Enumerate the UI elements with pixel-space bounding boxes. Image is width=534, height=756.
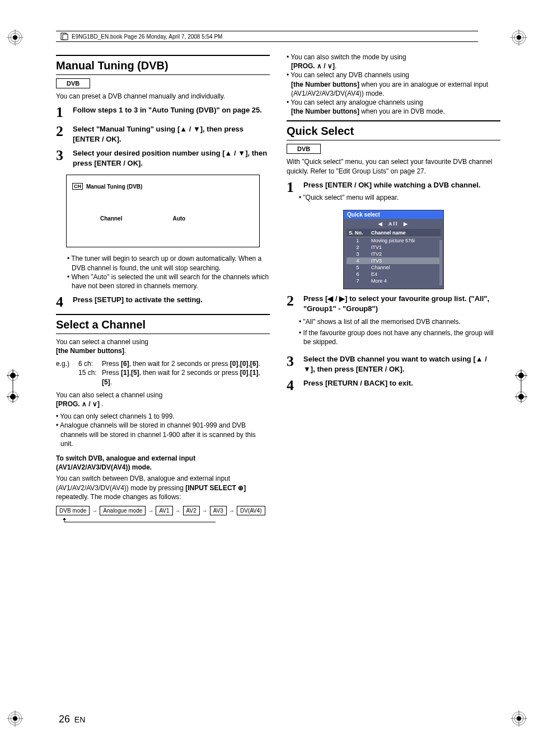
qs-cell-sno: 5 <box>346 264 369 271</box>
arrow-right-icon: → <box>175 508 181 514</box>
bullet-text: The tuner will begin to search up or dow… <box>72 254 270 272</box>
dvb-badge: DVB <box>287 144 321 154</box>
step-text: Select "Manual Tuning" using [▲ / ▼], th… <box>73 124 270 144</box>
step-sub: "Quick select" menu will appear. <box>303 193 500 202</box>
qs-cell-sno: 1 <box>346 237 369 244</box>
step-number: 1 <box>287 180 299 206</box>
qs-panel-title: Quick select <box>344 210 443 219</box>
intro-text: You can preset a DVB channel manually an… <box>56 92 270 101</box>
subhead: To switch DVB, analogue and external inp… <box>56 454 270 472</box>
qs-cell-sno: 6 <box>346 271 369 278</box>
eg-text: Press [6], then wait for 2 seconds or pr… <box>102 359 270 369</box>
eg-channel: 15 ch: <box>78 368 102 387</box>
qs-table-row: 5Channel <box>346 264 441 271</box>
step-number: 1 <box>56 105 68 120</box>
right-column: You can also switch the mode by using [P… <box>287 50 500 524</box>
step-number: 3 <box>56 148 68 168</box>
eg-text: Press [1],[5], then wait for 2 seconds o… <box>102 368 270 387</box>
manual-tuning-panel: CH Manual Tuning (DVB) Channel Auto <box>66 175 260 247</box>
qs-tab-label: All <box>388 221 399 227</box>
step-text: Select the DVB channel you want to watch… <box>303 354 500 374</box>
step-text: Select your desired position number usin… <box>73 148 270 168</box>
bullet-text: You can select any DVB channels using [t… <box>291 71 500 98</box>
qs-table-row: 4ITV3 <box>346 257 441 264</box>
flow-av1: AV1 <box>156 506 172 515</box>
intro-text: With "Quick select" menu, you can select… <box>287 157 500 175</box>
step-text: Follow steps 1 to 3 in "Auto Tuning (DVB… <box>73 105 270 120</box>
flow-dv-av4: DV(AV4) <box>237 506 265 515</box>
qs-cell-sno: 4 <box>346 257 369 264</box>
bullet-text: You can select any analogue channels usi… <box>291 98 500 116</box>
qs-tab-row: ◀ All ▶ <box>344 219 443 229</box>
arrow-right-icon: → <box>202 508 208 514</box>
dvb-badge: DVB <box>56 78 90 88</box>
qs-table-row: 1Moving picture 576i <box>346 237 441 244</box>
flow-av2: AV2 <box>183 506 200 515</box>
qs-table-row: 6E4 <box>346 271 441 278</box>
bullet-text: You can only select channels 1 to 999. <box>60 412 270 421</box>
qs-cell-name: E4 <box>369 271 441 278</box>
qs-table-row: 2ITV1 <box>346 244 441 251</box>
qs-cell-name: ITV3 <box>369 257 441 264</box>
qs-cell-name: ITV1 <box>369 244 441 251</box>
step-text: Press [ENTER / OK] while watching a DVB … <box>303 180 500 190</box>
qs-cell-name: More 4 <box>369 278 441 284</box>
panel-col-auto: Auto <box>172 215 185 222</box>
section-title-quick-select: Quick Select <box>287 120 500 140</box>
body-text: You can switch between DVB, analogue and… <box>56 474 270 501</box>
qs-cell-name: Channel <box>369 264 441 271</box>
eg-channel: 6 ch: <box>78 359 102 369</box>
arrow-right-icon: → <box>92 508 97 514</box>
qs-cell-name: Moving picture 576i <box>369 237 441 244</box>
flow-return-arrow <box>56 518 270 524</box>
panel-title: Manual Tuning (DVB) <box>86 184 142 190</box>
step-text: Press [◀ / ▶] to select your favourite g… <box>303 294 500 313</box>
section-title-manual-tuning: Manual Tuning (DVB) <box>56 55 270 75</box>
bullet-text: Analogue channels will be stored in chan… <box>60 421 270 448</box>
step-number: 4 <box>287 378 299 393</box>
qs-table-row: 3ITV2 <box>346 251 441 257</box>
step-text: Press [RETURN / BACK] to exit. <box>303 378 500 393</box>
qs-col-sno: S. No. <box>346 229 369 237</box>
triangle-right-icon: ▶ <box>404 221 409 227</box>
page-number: 26 EN <box>59 713 85 725</box>
bullet-text: You can also switch the mode by using [P… <box>291 53 500 71</box>
arrow-right-icon: → <box>148 508 153 514</box>
step-4: 4 Press [SETUP] to activate the setting. <box>56 295 270 309</box>
qs-cell-sno: 7 <box>346 278 369 284</box>
step-sub: "All" shows a list of all the memorised … <box>303 317 500 326</box>
example-block: e.g.) 6 ch: Press [6], then wait for 2 s… <box>56 359 270 387</box>
qs-cell-sno: 2 <box>346 244 369 251</box>
step-number: 3 <box>287 354 299 374</box>
flow-dvb-mode: DVB mode <box>56 506 90 515</box>
qs-col-name: Channel name <box>369 229 441 237</box>
scrollbar[interactable] <box>439 240 442 285</box>
panel-col-channel: Channel <box>100 215 122 222</box>
section-title-select-channel: Select a Channel <box>56 314 270 334</box>
triangle-left-icon: ◀ <box>378 221 383 227</box>
step-1: 1 Press [ENTER / OK] while watching a DV… <box>287 180 500 206</box>
qs-table-header: S. No. Channel name <box>346 229 441 237</box>
arrow-right-icon: → <box>229 508 235 514</box>
step-number: 2 <box>56 124 68 144</box>
svg-marker-36 <box>63 518 66 520</box>
step-4: 4 Press [RETURN / BACK] to exit. <box>287 378 500 393</box>
body-text: You can select a channel using[the Numbe… <box>56 337 270 355</box>
step-3: 3 Select your desired position number us… <box>56 148 270 168</box>
step-2: 2 Press [◀ / ▶] to select your favourite… <box>287 294 500 350</box>
quick-select-panel: Quick select ◀ All ▶ S. No. Channel name… <box>343 210 444 289</box>
mode-flow-diagram: DVB mode → Analogue mode → AV1 → AV2 → A… <box>56 506 270 515</box>
ch-icon: CH <box>72 183 83 190</box>
bullet-text: When "Auto" is selected the unit will se… <box>72 273 270 290</box>
step-text: Press [SETUP] to activate the setting. <box>73 295 270 309</box>
qs-table-row: 7More 4 <box>346 278 441 284</box>
step-number: 2 <box>287 294 299 350</box>
qs-cell-name: ITV2 <box>369 251 441 257</box>
step-2: 2 Select "Manual Tuning" using [▲ / ▼], … <box>56 124 270 144</box>
flow-analogue-mode: Analogue mode <box>100 506 146 515</box>
step-1: 1 Follow steps 1 to 3 in "Auto Tuning (D… <box>56 105 270 120</box>
flow-av3: AV3 <box>210 506 227 515</box>
eg-label: e.g.) <box>56 359 78 369</box>
step-3: 3 Select the DVB channel you want to wat… <box>287 354 500 374</box>
left-column: Manual Tuning (DVB) DVB You can preset a… <box>56 50 270 524</box>
